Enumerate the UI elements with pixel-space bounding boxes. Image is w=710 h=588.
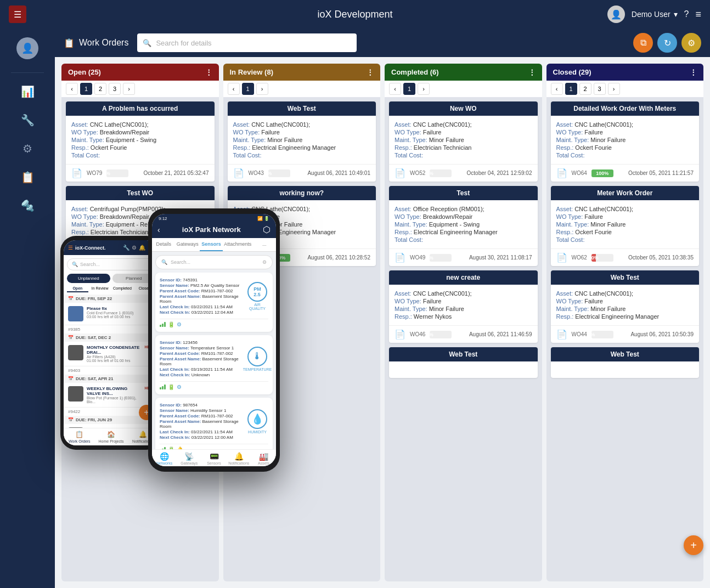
card-body: Asset: CNC Lathe(CNC001); WO Type: Failu… bbox=[551, 200, 700, 248]
menu-icon[interactable]: ≡ bbox=[695, 9, 701, 20]
prev-page[interactable]: ‹ bbox=[389, 83, 401, 95]
col-review-menu[interactable]: ⋮ bbox=[367, 68, 374, 76]
footer-assets[interactable]: 🏭 Assets bbox=[251, 452, 276, 465]
col-completed-menu[interactable]: ⋮ bbox=[528, 68, 536, 76]
page-2[interactable]: 2 bbox=[94, 83, 106, 95]
tab-attachments[interactable]: Attachments bbox=[223, 238, 252, 251]
progress-bar: 0% bbox=[430, 254, 452, 262]
tab-more[interactable]: ... bbox=[252, 238, 276, 251]
user-info[interactable]: Demo User ▾ bbox=[632, 10, 678, 19]
col-closed-menu[interactable]: ⋮ bbox=[690, 68, 697, 76]
card-footer: 📄 WO64 100% October 05, 2021 11:21:57 bbox=[551, 164, 700, 182]
col-closed-header: Closed (29) ⋮ bbox=[546, 64, 704, 81]
footer-workorders[interactable]: 📋 Work Orders bbox=[64, 431, 95, 443]
footer-home[interactable]: 🏠 Home Projects bbox=[95, 431, 127, 443]
wo-number: WO46 bbox=[410, 331, 425, 337]
page-1[interactable]: 1 bbox=[403, 83, 415, 95]
wo-date: August 06, 2021 10:28:52 bbox=[307, 255, 370, 261]
wotype-field: WO Type: Failure bbox=[556, 298, 694, 304]
page-2[interactable]: 2 bbox=[579, 83, 591, 95]
prev-page[interactable]: ‹ bbox=[228, 83, 240, 95]
bell-icon: 🔔 bbox=[139, 431, 147, 438]
left-phone-search[interactable]: 🔍 Search... bbox=[67, 258, 155, 270]
sidebar-item-tools[interactable]: 🔧 bbox=[16, 109, 38, 131]
fab-add-button[interactable]: + bbox=[684, 535, 703, 555]
gear-icon: ⚙ bbox=[177, 384, 182, 390]
item-subtitle: Blow Pot (Furnace 1) (E001), Blo... bbox=[87, 396, 142, 404]
card-title: working now? bbox=[228, 186, 376, 200]
card-body: Asset: CNC Lathe(CNC001); WO Type: Break… bbox=[66, 116, 215, 164]
card-footer: 📄 WO49 0% August 30, 2021 11:08:17 bbox=[389, 248, 538, 266]
sidebar-item-reports[interactable]: 📋 bbox=[16, 166, 38, 188]
card-footer: 📄 WO46 0% August 06, 2021 11:46:59 bbox=[389, 325, 538, 343]
phone-right-screen: 9:12 📶 🔋 ‹ ioX Park Network ⬡ Details Ga… bbox=[152, 214, 276, 466]
app-title: ioX Development bbox=[317, 9, 392, 20]
list-item[interactable]: Please fix Cold End Furnace 1 (E010) 03:… bbox=[64, 303, 159, 325]
help-button[interactable]: ? bbox=[684, 9, 689, 19]
tab-sensors[interactable]: Sensors bbox=[200, 238, 223, 251]
page-3[interactable]: 3 bbox=[594, 83, 606, 95]
copy-button[interactable]: ⧉ bbox=[633, 33, 653, 53]
sensor-details: Sensor ID: 123456 Sensor Name: Temperatu… bbox=[160, 340, 242, 378]
table-row: Web Test Asset: CNC Lathe(CNC001); WO Ty… bbox=[228, 101, 376, 182]
search-bar[interactable]: 🔍 Search for details bbox=[137, 33, 357, 52]
table-row: Meter Work Order Asset: CNC Lathe(CNC001… bbox=[551, 186, 700, 266]
filter-review[interactable]: In Review bbox=[89, 285, 111, 292]
wotype-field: WO Type: Failure bbox=[395, 298, 532, 304]
sidebar-avatar: 👤 bbox=[16, 37, 38, 59]
sidebar-item-analytics[interactable]: 📊 bbox=[16, 81, 38, 103]
filter-completed[interactable]: Completed bbox=[112, 285, 133, 292]
prev-page[interactable]: ‹ bbox=[551, 83, 563, 95]
list-item[interactable]: WEEKLY BLOWING VALVE INS... Blow Pot (Fu… bbox=[64, 383, 159, 408]
network-icon: 🌐 bbox=[160, 452, 169, 461]
search-placeholder: Search for details bbox=[156, 39, 211, 47]
refresh-button[interactable]: ↻ bbox=[657, 33, 677, 53]
footer-sensors[interactable]: 📟 Sensors bbox=[201, 452, 226, 465]
wo-number: WO44 bbox=[572, 331, 587, 337]
prev-page[interactable]: ‹ bbox=[66, 83, 78, 95]
card-footer: 📄 WO62 20% October 05, 2021 10:38:35 bbox=[551, 248, 700, 266]
item-content: Please fix Cold End Furnace 1 (E010) 03:… bbox=[87, 306, 146, 321]
status-bar: 9:12 📶 🔋 bbox=[152, 214, 276, 221]
tab-gateways[interactable]: Gateways bbox=[176, 238, 200, 251]
filter-icon[interactable]: ⚙ bbox=[262, 259, 267, 265]
filter-open[interactable]: Open bbox=[67, 285, 88, 292]
sensors-search[interactable]: 🔍 Search... ⚙ bbox=[155, 255, 273, 269]
page-1[interactable]: 1 bbox=[565, 83, 577, 95]
footer-gateways[interactable]: 📡 Gateways bbox=[177, 452, 201, 465]
cost-field: Total Cost: bbox=[395, 152, 532, 159]
asset-field: Asset: CNC Lathe(CNC001); bbox=[71, 121, 209, 128]
next-page[interactable]: › bbox=[608, 83, 620, 95]
next-page[interactable]: › bbox=[256, 83, 268, 95]
sidebar-item-settings[interactable]: ⚙ bbox=[16, 138, 38, 160]
col-open-menu[interactable]: ⋮ bbox=[205, 68, 212, 76]
next-page[interactable]: › bbox=[123, 83, 135, 95]
tab-unplanned[interactable]: Unplanned bbox=[67, 274, 110, 283]
back-button[interactable]: ‹ bbox=[157, 225, 160, 234]
page-1[interactable]: 1 bbox=[80, 83, 92, 95]
list-item[interactable]: WEEKLY INSPECTION ON GAT... bbox=[64, 424, 159, 428]
doc-icon: 📄 bbox=[556, 168, 567, 178]
page-3[interactable]: 3 bbox=[109, 83, 121, 95]
workorders-title: 📋 Work Orders bbox=[64, 38, 128, 48]
wotype-field: WO Type: Failure bbox=[556, 213, 694, 220]
left-phone-footer: 📋 Work Orders 🏠 Home Projects 🔔 Notifica… bbox=[64, 428, 159, 445]
hamburger-button[interactable]: ☰ bbox=[9, 5, 26, 23]
workorders-title-text: Work Orders bbox=[79, 38, 128, 48]
sidebar-item-config[interactable]: 🔩 bbox=[16, 195, 38, 217]
share-icon[interactable]: ⬡ bbox=[263, 224, 271, 235]
footer-networks[interactable]: 🌐 Networks bbox=[152, 452, 177, 465]
col-closed-cards: Detailed Work Order With Meters Asset: C… bbox=[546, 97, 704, 581]
sensor-last-checkin: Last Check In: 03/22/2021 11:54 AM bbox=[160, 304, 242, 309]
list-item[interactable]: MONTHLY CONDENSATE DRAI... Air Filters (… bbox=[64, 342, 159, 366]
tab-details[interactable]: Details bbox=[152, 238, 176, 251]
next-page[interactable]: › bbox=[418, 83, 430, 95]
settings-button[interactable]: ⚙ bbox=[681, 33, 701, 53]
page-1[interactable]: 1 bbox=[242, 83, 254, 95]
right-phone-header: ‹ ioX Park Network ⬡ bbox=[152, 221, 276, 238]
doc-icon: 📄 bbox=[395, 329, 405, 340]
footer-notifications[interactable]: 🔔 Notifications bbox=[227, 452, 251, 465]
sensor-parent-code: Parent Asset Code: RM101-787-002 bbox=[160, 414, 242, 419]
wo-number: WO62 bbox=[572, 255, 587, 261]
col-open-label: Open (25) bbox=[68, 68, 101, 76]
